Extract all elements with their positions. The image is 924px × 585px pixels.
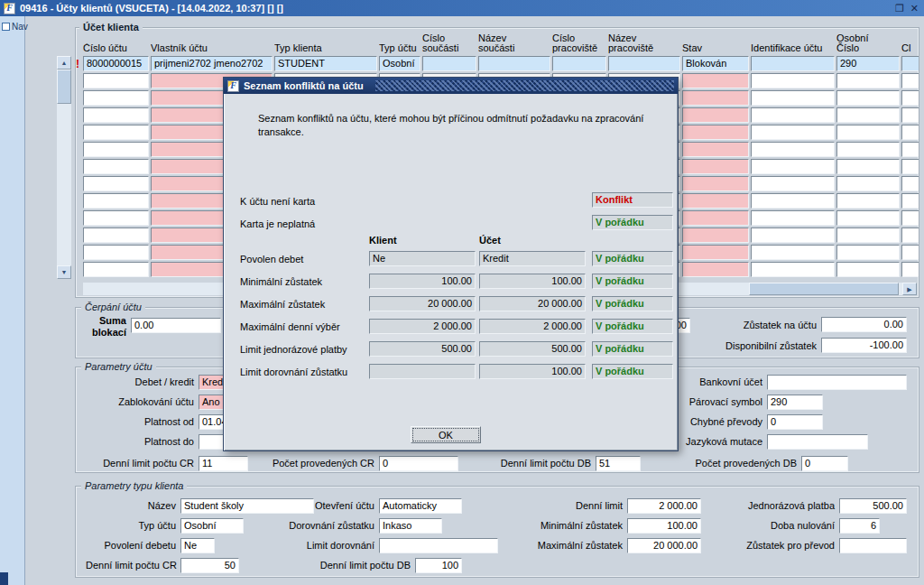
grid-cell[interactable] xyxy=(682,73,749,88)
grid-cell[interactable] xyxy=(682,210,749,226)
close-icon[interactable]: ✕ xyxy=(910,3,919,14)
grid-cell[interactable] xyxy=(83,73,149,88)
pocet-provedenych-cr-field[interactable]: 0 xyxy=(379,456,458,471)
grid-cell[interactable] xyxy=(682,107,749,123)
grid-cell[interactable] xyxy=(751,125,835,140)
grid-cell-vlastnik[interactable]: prijmeni2702 jmeno2702 xyxy=(151,56,273,71)
grid-cell[interactable] xyxy=(83,176,149,191)
grid-cell[interactable] xyxy=(83,193,149,209)
grid-cell[interactable] xyxy=(608,56,680,71)
jednorazova-platba-field[interactable]: 500.00 xyxy=(839,498,907,514)
grid-cell[interactable] xyxy=(901,176,919,191)
zustatek-pro-prevod-field[interactable] xyxy=(839,538,907,553)
grid-cell[interactable] xyxy=(836,193,900,209)
grid-cell[interactable] xyxy=(836,245,900,260)
otevreni-uctu-field[interactable]: Automaticky xyxy=(379,498,462,514)
grid-cell[interactable] xyxy=(901,210,919,226)
grid-cell[interactable] xyxy=(901,125,919,140)
grid-cell[interactable] xyxy=(83,142,149,157)
grid-cell[interactable] xyxy=(83,262,149,277)
maximalni-zustatek-field[interactable]: 20 000.00 xyxy=(627,538,701,553)
grid-cell[interactable] xyxy=(836,210,900,226)
grid-cell[interactable] xyxy=(751,228,835,243)
grid-cell[interactable] xyxy=(751,73,835,88)
grid-hscrollbar-thumb[interactable] xyxy=(749,283,899,295)
povoleni-debetu-field[interactable]: Ne xyxy=(180,538,215,553)
grid-cell[interactable] xyxy=(682,90,749,106)
parovaci-symbol-field[interactable]: 290 xyxy=(767,395,823,410)
grid-cell[interactable] xyxy=(83,107,149,123)
grid-cell[interactable] xyxy=(901,193,919,209)
grid-cell[interactable] xyxy=(751,245,835,260)
grid-cell[interactable] xyxy=(83,125,149,140)
scroll-right-button[interactable]: ▶ xyxy=(902,283,917,295)
grid-cell[interactable] xyxy=(751,176,835,191)
scroll-down-button[interactable]: ▼ xyxy=(57,265,71,279)
suma-blokaci-field[interactable]: 0.00 xyxy=(131,318,221,333)
grid-cell-cislo-uctu[interactable]: 8000000015 xyxy=(83,56,149,71)
ok-button[interactable]: OK xyxy=(411,426,481,443)
zustatek-na-uctu-field[interactable]: 0.00 xyxy=(821,317,907,332)
grid-cell-stav[interactable]: Blokován xyxy=(682,56,749,71)
grid-cell-osobni-cislo[interactable]: 290 xyxy=(836,56,900,71)
grid-cell[interactable] xyxy=(901,159,919,174)
grid-cell[interactable] xyxy=(901,245,919,260)
grid-cell[interactable] xyxy=(836,125,900,140)
grid-cell[interactable] xyxy=(682,228,749,243)
scroll-up-button[interactable]: ▲ xyxy=(57,56,71,70)
grid-cell-typ-klienta[interactable]: STUDENT xyxy=(274,56,377,71)
typ-denni-limit-cr-field[interactable]: 50 xyxy=(180,558,239,573)
grid-cell[interactable] xyxy=(682,245,749,260)
grid-cell[interactable] xyxy=(751,107,835,123)
grid-cell[interactable] xyxy=(836,176,900,191)
grid-cell[interactable] xyxy=(83,210,149,226)
grid-cell[interactable] xyxy=(836,142,900,157)
bankovni-ucet-field[interactable] xyxy=(767,375,907,390)
grid-cell[interactable] xyxy=(836,73,900,88)
grid-cell[interactable] xyxy=(836,228,900,243)
grid-cell[interactable] xyxy=(901,90,919,106)
grid-cell[interactable] xyxy=(478,56,550,71)
grid-cell[interactable] xyxy=(836,90,900,106)
grid-cell[interactable] xyxy=(682,176,749,191)
grid-cell[interactable] xyxy=(83,228,149,243)
record-scrollbar[interactable]: ▲ ▼ xyxy=(57,56,71,279)
grid-cell[interactable] xyxy=(751,142,835,157)
denni-limit-cr-field[interactable]: 11 xyxy=(199,456,248,471)
grid-cell[interactable] xyxy=(901,56,919,71)
grid-cell[interactable] xyxy=(682,125,749,140)
grid-cell-typ-uctu[interactable]: Osobní xyxy=(379,56,420,71)
grid-cell[interactable] xyxy=(83,159,149,174)
doba-nulovani-field[interactable]: 6 xyxy=(839,518,880,534)
grid-cell[interactable] xyxy=(751,210,835,226)
grid-cell-identifikace[interactable] xyxy=(751,56,835,71)
disponibilni-zustatek-field[interactable]: -100.00 xyxy=(821,338,907,353)
grid-cell[interactable] xyxy=(751,193,835,209)
grid-cell[interactable] xyxy=(83,245,149,260)
grid-cell[interactable] xyxy=(901,262,919,277)
jazykova-mutace-field[interactable] xyxy=(767,434,868,450)
grid-cell[interactable] xyxy=(836,107,900,123)
grid-cell[interactable] xyxy=(901,142,919,157)
limit-dorovnani-field[interactable] xyxy=(379,538,498,553)
grid-cell[interactable] xyxy=(901,107,919,123)
nav-toggle[interactable]: Nav xyxy=(0,16,24,37)
grid-cell[interactable] xyxy=(751,159,835,174)
grid-cell[interactable] xyxy=(836,262,900,277)
grid-cell[interactable] xyxy=(682,142,749,157)
grid-cell[interactable] xyxy=(422,56,476,71)
chybne-prevody-field[interactable]: 0 xyxy=(767,414,823,430)
grid-cell[interactable] xyxy=(836,159,900,174)
restore-icon[interactable]: ❐ xyxy=(895,3,904,14)
minimalni-zustatek-field[interactable]: 100.00 xyxy=(627,518,701,534)
grid-cell[interactable] xyxy=(682,193,749,209)
typ-uctu-field[interactable]: Osobní xyxy=(180,518,244,534)
pocet-provedenych-db-field[interactable]: 0 xyxy=(801,456,848,471)
grid-cell[interactable] xyxy=(901,73,919,88)
grid-cell[interactable] xyxy=(83,90,149,106)
denni-limit-field[interactable]: 2 000.00 xyxy=(627,498,701,514)
grid-cell[interactable] xyxy=(552,56,606,71)
grid-cell[interactable] xyxy=(901,228,919,243)
grid-cell[interactable] xyxy=(751,90,835,106)
grid-cell[interactable] xyxy=(751,262,835,277)
